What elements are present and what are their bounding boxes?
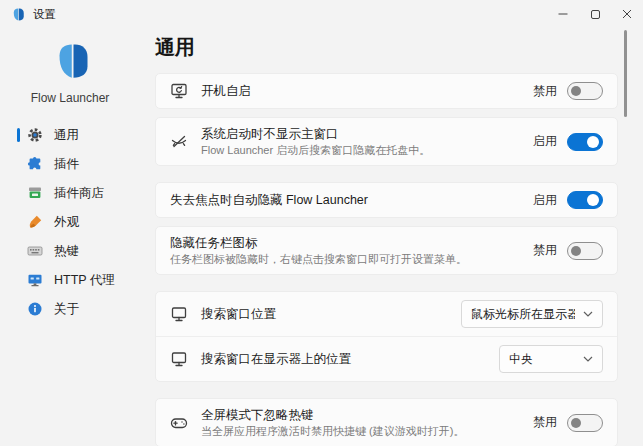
setting-card-autostart: 开机自启 禁用 [155, 73, 618, 109]
setting-title: 开机自启 [201, 83, 251, 99]
selection-indicator [17, 273, 20, 287]
sidebar-item-plugins[interactable]: 插件 [0, 151, 140, 177]
toggle-knob [571, 246, 581, 256]
gear-icon [27, 127, 43, 143]
selection-indicator [17, 186, 20, 200]
gamepad-icon [170, 414, 188, 432]
sidebar-item-http-proxy[interactable]: HTTP 代理 [0, 267, 140, 293]
setting-title: 系统启动时不显示主窗口 [201, 126, 430, 142]
sidebar-item-label: 通用 [54, 127, 79, 144]
sidebar-item-label: 关于 [54, 301, 79, 318]
search-window-screen-dropdown[interactable]: 鼠标光标所在显示器 [461, 300, 603, 328]
setting-card-search-window: 搜索窗口位置 鼠标光标所在显示器 [155, 291, 618, 382]
selection-indicator [17, 215, 20, 229]
flow-launcher-logo-icon [10, 7, 25, 22]
keyboard-icon [27, 243, 43, 259]
sidebar-menu: 通用 插件 插件商店 [0, 122, 140, 322]
hide-on-focus-lost-toggle[interactable] [567, 191, 603, 209]
toggle-status-label: 启用 [533, 192, 557, 209]
sidebar-item-plugin-store[interactable]: 插件商店 [0, 180, 140, 206]
autostart-toggle[interactable] [567, 82, 603, 100]
eye-off-icon [170, 133, 188, 151]
selection-indicator [17, 128, 20, 142]
toggle-status-label: 禁用 [533, 83, 557, 100]
toggle-knob [587, 136, 599, 148]
storefront-icon [27, 185, 43, 201]
info-circle-icon [27, 301, 43, 317]
close-button[interactable] [611, 0, 643, 28]
maximize-button[interactable] [579, 0, 611, 28]
app-name: Flow Launcher [0, 91, 140, 105]
setting-card-hide-on-startup: 系统启动时不显示主窗口 Flow Launcher 启动后搜索窗口隐藏在托盘中。… [155, 117, 618, 166]
monitor-icon [170, 305, 188, 323]
setting-subtitle: Flow Launcher 启动后搜索窗口隐藏在托盘中。 [201, 143, 430, 157]
setting-title: 隐藏任务栏图标 [170, 235, 467, 251]
flow-launcher-logo-icon [49, 40, 91, 82]
minimize-button[interactable] [547, 0, 579, 28]
selection-indicator [17, 302, 20, 316]
titlebar: 设置 [0, 0, 643, 28]
toggle-knob [571, 86, 581, 96]
sidebar-item-hotkeys[interactable]: 热键 [0, 238, 140, 264]
sidebar-item-about[interactable]: 关于 [0, 296, 140, 322]
hide-tray-icon-toggle[interactable] [567, 242, 603, 260]
sidebar-item-label: HTTP 代理 [54, 272, 115, 289]
sidebar-item-label: 热键 [54, 243, 79, 260]
sidebar-item-general[interactable]: 通用 [0, 122, 140, 148]
search-window-position-dropdown[interactable]: 中央 [499, 345, 603, 373]
toggle-knob [587, 194, 599, 206]
sidebar-item-label: 插件商店 [54, 185, 104, 202]
monitor-icon [170, 350, 188, 368]
sidebar: Flow Launcher 通用 插件 [0, 28, 140, 446]
setting-subtitle: 任务栏图标被隐藏时，右键点击搜索窗口即可打开设置菜单。 [170, 252, 467, 266]
toggle-status-label: 禁用 [533, 414, 557, 431]
sidebar-item-label: 外观 [54, 214, 79, 231]
setting-title: 搜索窗口位置 [201, 306, 276, 322]
setting-title: 全屏模式下忽略热键 [201, 407, 464, 423]
setting-subtitle: 当全屏应用程序激活时禁用快捷键 (建议游戏时打开)。 [201, 424, 464, 438]
paint-brush-icon [27, 214, 43, 230]
settings-panel: 通用 开机自启 禁用 [140, 28, 643, 446]
window-title: 设置 [33, 7, 56, 22]
toggle-status-label: 启用 [533, 133, 557, 150]
selection-indicator [17, 157, 20, 171]
chevron-down-icon [583, 311, 593, 317]
setting-card-hide-on-focus-lost: 失去焦点时自动隐藏 Flow Launcher 启用 [155, 182, 618, 218]
chevron-down-icon [583, 356, 593, 362]
dropdown-value: 中央 [509, 351, 575, 368]
hide-on-startup-toggle[interactable] [567, 133, 603, 151]
ignore-fullscreen-toggle[interactable] [567, 414, 603, 432]
toggle-status-label: 禁用 [533, 242, 557, 259]
setting-card-ignore-fullscreen: 全屏模式下忽略热键 当全屏应用程序激活时禁用快捷键 (建议游戏时打开)。 禁用 [155, 398, 618, 446]
page-title: 通用 [155, 34, 618, 61]
setting-card-hide-tray-icon: 隐藏任务栏图标 任务栏图标被隐藏时，右键点击搜索窗口即可打开设置菜单。 禁用 [155, 226, 618, 275]
selection-indicator [17, 244, 20, 258]
setting-title: 搜索窗口在显示器上的位置 [201, 351, 351, 367]
sidebar-item-label: 插件 [54, 156, 79, 173]
scrollbar-thumb[interactable] [624, 30, 627, 117]
toggle-knob [571, 418, 581, 428]
puzzle-piece-icon [27, 156, 43, 172]
network-monitor-icon [27, 272, 43, 288]
monitor-restart-icon [170, 82, 188, 100]
sidebar-item-appearance[interactable]: 外观 [0, 209, 140, 235]
setting-title: 失去焦点时自动隐藏 Flow Launcher [170, 192, 368, 208]
dropdown-value: 鼠标光标所在显示器 [471, 306, 575, 323]
